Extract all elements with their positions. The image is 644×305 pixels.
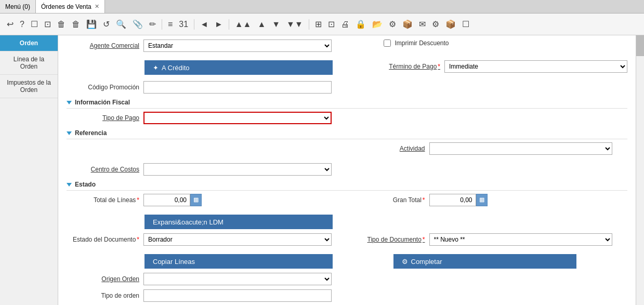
tab-close-icon[interactable]: ✕ <box>95 3 99 10</box>
last-button[interactable]: ▼▼ <box>284 18 306 31</box>
total-lineas-calc-button[interactable]: ⊞ <box>190 194 202 206</box>
undo-button[interactable]: ↩ <box>4 18 16 31</box>
expansion-label: Expansi&oacute;n LDM <box>153 218 224 226</box>
layout-button[interactable]: ☐ <box>459 18 472 31</box>
folder-button[interactable]: 📂 <box>370 18 385 31</box>
completar-button[interactable]: ⚙ Completar <box>393 254 576 269</box>
help-button[interactable]: ? <box>17 18 27 31</box>
tipo-documento-select[interactable]: ** Nuevo ** <box>429 233 612 246</box>
package-button[interactable]: 📦 <box>400 18 415 31</box>
tab-label: Órdenes de Venta <box>41 3 91 10</box>
refresh-button[interactable]: ↺ <box>100 18 112 31</box>
codigo-promocion-input[interactable] <box>143 81 332 94</box>
tab-ordenes-venta[interactable]: Órdenes de Venta ✕ <box>36 0 105 13</box>
estado-documento-select[interactable]: Borrador Confirmado Cerrado <box>143 233 332 246</box>
codigo-promocion-label: Código Promoción <box>67 84 139 91</box>
sidebar-item-linea[interactable]: Línea de la Orden <box>0 51 58 75</box>
up-button[interactable]: ▲ <box>255 18 268 31</box>
scrollbar[interactable] <box>636 35 644 305</box>
scan-button[interactable]: 📦 <box>443 18 458 31</box>
agente-comercial-select[interactable]: Estandar <box>143 39 332 52</box>
prev-button[interactable]: ◄ <box>198 18 211 31</box>
credito-icon: ✦ <box>153 64 159 72</box>
print-button[interactable]: 🖨 <box>338 18 352 31</box>
search-button[interactable]: 🔍 <box>113 18 129 31</box>
tipo-orden-label: Tipo de orden <box>67 292 139 299</box>
tipo-pago-select[interactable] <box>143 112 332 124</box>
lock-button[interactable]: 🔒 <box>353 18 369 31</box>
totales-row: Total de Líneas 0,00 ⊞ Gran Total 0,00 ⊞ <box>67 194 627 210</box>
gran-total-calc-button[interactable]: ⊞ <box>476 194 488 206</box>
gran-total-label: Gran Total <box>352 196 425 204</box>
total-lineas-label: Total de Líneas <box>67 196 139 204</box>
tipo-pago-row: Tipo de Pago <box>67 112 627 124</box>
expansion-ldm-button[interactable]: Expansi&oacute;n LDM <box>144 215 333 229</box>
info-fiscal-label: Información Fiscal <box>75 99 130 106</box>
completar-icon: ⚙ <box>402 258 408 266</box>
a-credito-button[interactable]: ✦ A Crédito <box>144 60 333 75</box>
codigo-promocion-row: Código Promoción <box>67 81 627 94</box>
next-button[interactable]: ► <box>212 18 226 31</box>
calendar-button[interactable]: 31 <box>176 18 191 31</box>
scrollbar-thumb[interactable] <box>636 35 644 56</box>
tipo-pago-label: Tipo de Pago <box>67 114 139 122</box>
copy-button[interactable]: ⊡ <box>42 18 54 31</box>
delete2-button[interactable]: 🗑 <box>69 18 83 31</box>
termino-pago-label: Término de Pago <box>367 63 440 70</box>
referencia-arrow[interactable] <box>67 131 72 135</box>
info-fiscal-arrow[interactable] <box>67 101 72 104</box>
estado-arrow[interactable] <box>67 183 72 187</box>
agente-row: Agente Comercial Estandar Imprimir Descu… <box>67 39 627 56</box>
estado-label: Estado <box>75 181 96 188</box>
separator3 <box>229 19 229 30</box>
export-button[interactable]: ⊡ <box>325 18 337 31</box>
gran-total-wrap: 0,00 ⊞ <box>429 194 488 206</box>
copiar-lineas-button[interactable]: Copiar Líneas <box>144 254 333 269</box>
save-button[interactable]: 💾 <box>84 18 99 31</box>
origen-orden-select[interactable] <box>143 273 332 285</box>
termino-pago-select[interactable]: Immediate Net 30 Net 60 <box>444 60 627 73</box>
centro-costos-select[interactable] <box>143 163 332 176</box>
actividad-row: Actividad <box>67 142 627 159</box>
separator1 <box>162 19 162 30</box>
toolbar: ↩ ? ☐ ⊡ 🗑 🗑 💾 ↺ 🔍 📎 ✏ ≡ 31 ◄ ► ▲▲ ▲ ▼ ▼▼… <box>0 14 644 35</box>
config-button[interactable]: ⚙ <box>429 18 442 31</box>
centro-costos-row: Centro de Costos <box>67 163 627 176</box>
tab-bar: Menú (0) Órdenes de Venta ✕ <box>0 0 644 14</box>
tipo-documento-label: Tipo de Documento <box>352 236 425 243</box>
estado-doc-row: Estado del Documento Borrador Confirmado… <box>67 233 627 250</box>
imprimir-descuento-checkbox[interactable] <box>384 39 391 47</box>
expansion-row: Expansi&oacute;n LDM <box>67 215 627 229</box>
origen-orden-row: Origen Orden <box>67 273 627 285</box>
estado-documento-label: Estado del Documento <box>67 236 139 243</box>
separator4 <box>309 19 309 30</box>
edit-button[interactable]: ✏ <box>147 18 159 31</box>
main-container: Orden Línea de la Orden Impuestos de la … <box>0 35 644 305</box>
delete1-button[interactable]: 🗑 <box>55 18 68 31</box>
centro-costos-label: Centro de Costos <box>67 166 139 173</box>
gran-total-input[interactable]: 0,00 <box>429 194 476 206</box>
tipo-orden-input[interactable] <box>143 289 332 302</box>
separator2 <box>194 19 194 30</box>
origen-orden-label: Origen Orden <box>67 275 139 283</box>
credito-row: ✦ A Crédito Término de Pago Immediate Ne… <box>67 60 627 77</box>
actividad-select[interactable] <box>429 142 612 155</box>
acciones-row: Copiar Líneas ⚙ Completar <box>67 254 627 269</box>
sidebar-item-impuestos[interactable]: Impuestos de la Orden <box>0 75 58 98</box>
first-button[interactable]: ▲▲ <box>232 18 254 31</box>
total-lineas-input[interactable]: 0,00 <box>143 194 190 206</box>
down-button[interactable]: ▼ <box>269 18 283 31</box>
grid-button[interactable]: ⊞ <box>312 18 324 31</box>
total-lineas-wrap: 0,00 ⊞ <box>143 194 202 206</box>
referencia-label: Referencia <box>75 129 107 137</box>
sidebar-item-orden[interactable]: Orden <box>0 35 58 51</box>
content-area: Agente Comercial Estandar Imprimir Descu… <box>58 35 636 305</box>
send-button[interactable]: ✉ <box>416 18 428 31</box>
tab-menu[interactable]: Menú (0) <box>0 0 36 13</box>
info-fiscal-section: Información Fiscal <box>67 99 627 109</box>
new-button[interactable]: ☐ <box>28 18 41 31</box>
settings-button[interactable]: ⚙ <box>386 18 399 31</box>
attach-button[interactable]: 📎 <box>130 18 146 31</box>
list-button[interactable]: ≡ <box>165 18 175 31</box>
estado-section: Estado <box>67 181 627 191</box>
